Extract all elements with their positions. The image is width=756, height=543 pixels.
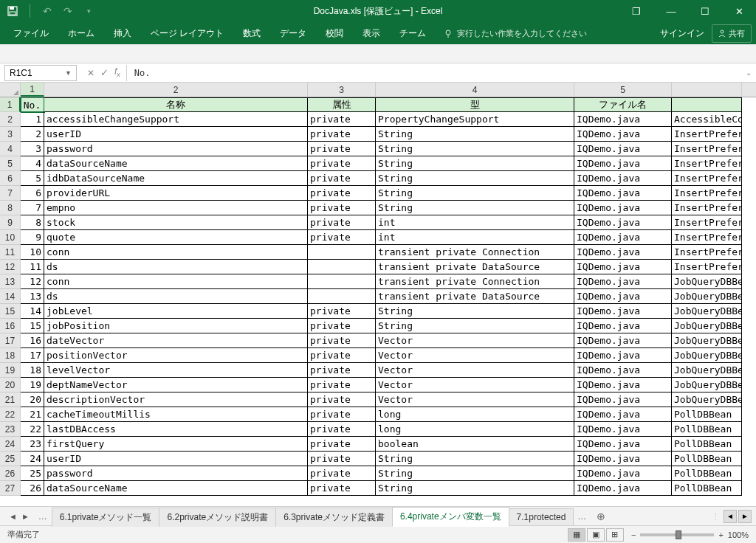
- cell[interactable]: 13: [21, 289, 44, 304]
- cell[interactable]: 9: [21, 230, 44, 245]
- cell[interactable]: IQDemo.java: [574, 333, 672, 348]
- cell[interactable]: 15: [21, 319, 44, 333]
- cell[interactable]: jobPosition: [44, 319, 308, 333]
- header-cell[interactable]: No.: [21, 97, 44, 112]
- cell[interactable]: descriptionVector: [44, 392, 308, 407]
- col-header[interactable]: [672, 83, 742, 97]
- tab-review[interactable]: 校閲: [317, 23, 352, 44]
- enter-formula-icon[interactable]: ✓: [100, 67, 109, 78]
- sheet-tab[interactable]: 6.2privateメソッド説明書: [159, 508, 276, 527]
- cell[interactable]: String: [376, 452, 574, 466]
- qat-customize-icon[interactable]: ▾: [82, 4, 95, 18]
- cell[interactable]: IQDemo.java: [574, 319, 672, 333]
- minimize-button[interactable]: —: [654, 0, 688, 22]
- row-header[interactable]: 22: [0, 407, 21, 422]
- row-header[interactable]: 13: [0, 274, 21, 289]
- cell[interactable]: 17: [21, 348, 44, 363]
- cell[interactable]: Vector: [376, 392, 574, 407]
- cell[interactable]: userID: [44, 452, 308, 466]
- grid-body[interactable]: 1No.名称属性型ファイル名21accessibleChangeSupportp…: [0, 97, 756, 506]
- cell[interactable]: providerURL: [44, 186, 308, 201]
- row-header[interactable]: 25: [0, 452, 21, 466]
- cell[interactable]: int: [376, 215, 574, 230]
- row-header[interactable]: 27: [0, 481, 21, 496]
- cell[interactable]: JobQueryDBBe: [672, 304, 742, 319]
- cell[interactable]: JobQueryDBBe: [672, 348, 742, 363]
- cancel-formula-icon[interactable]: ✕: [87, 68, 94, 78]
- cell[interactable]: private: [308, 363, 376, 378]
- cell[interactable]: 2: [21, 127, 44, 142]
- cell[interactable]: dateVector: [44, 333, 308, 348]
- cell[interactable]: 16: [21, 333, 44, 348]
- col-header[interactable]: 2: [44, 83, 308, 97]
- page-layout-view-button[interactable]: ▣: [587, 528, 605, 542]
- cell[interactable]: IQDemo.java: [574, 186, 672, 201]
- cell[interactable]: IQDemo.java: [574, 127, 672, 142]
- scroll-right-button[interactable]: ►: [738, 510, 752, 523]
- cell[interactable]: Vector: [376, 348, 574, 363]
- scroll-grip[interactable]: ⋮: [712, 512, 719, 520]
- cell[interactable]: IQDemo.java: [574, 348, 672, 363]
- cell[interactable]: private: [308, 156, 376, 171]
- cell[interactable]: 1: [21, 112, 44, 127]
- cell[interactable]: 14: [21, 304, 44, 319]
- cell[interactable]: IQDemo.java: [574, 171, 672, 186]
- cell[interactable]: 23: [21, 437, 44, 452]
- cell[interactable]: transient private DataSource: [376, 289, 574, 304]
- zoom-level[interactable]: 100%: [728, 530, 749, 539]
- cell[interactable]: firstQuery: [44, 437, 308, 452]
- cell[interactable]: IQDemo.java: [574, 142, 672, 156]
- chevron-down-icon[interactable]: ▼: [65, 69, 72, 77]
- cell[interactable]: String: [376, 201, 574, 215]
- cell[interactable]: private: [308, 333, 376, 348]
- cell[interactable]: JobQueryDBBe: [672, 333, 742, 348]
- cell[interactable]: PollDBBean: [672, 466, 742, 481]
- cell[interactable]: conn: [44, 274, 308, 289]
- cell[interactable]: JobQueryDBBe: [672, 319, 742, 333]
- row-header[interactable]: 5: [0, 156, 21, 171]
- undo-icon[interactable]: ↶: [41, 4, 54, 18]
- cell[interactable]: 11: [21, 260, 44, 274]
- cell[interactable]: private: [308, 186, 376, 201]
- row-header[interactable]: 11: [0, 245, 21, 260]
- cell[interactable]: InsertPrefer: [672, 142, 742, 156]
- cell[interactable]: PollDBBean: [672, 422, 742, 437]
- cell[interactable]: private: [308, 112, 376, 127]
- formula-input[interactable]: No.: [127, 68, 741, 78]
- sheet-tab-overflow-right[interactable]: …: [573, 508, 591, 525]
- row-header[interactable]: 7: [0, 186, 21, 201]
- sheet-nav-next-icon[interactable]: ►: [21, 512, 30, 521]
- cell[interactable]: empno: [44, 201, 308, 215]
- row-header[interactable]: 1: [0, 97, 21, 112]
- cell[interactable]: long: [376, 422, 574, 437]
- cell[interactable]: 3: [21, 142, 44, 156]
- cell[interactable]: String: [376, 186, 574, 201]
- zoom-out-button[interactable]: −: [631, 530, 636, 539]
- cell[interactable]: IQDemo.java: [574, 378, 672, 392]
- row-header[interactable]: 18: [0, 348, 21, 363]
- cell[interactable]: accessibleChangeSupport: [44, 112, 308, 127]
- ribbon-display-button[interactable]: ❐: [623, 0, 650, 22]
- cell[interactable]: private: [308, 201, 376, 215]
- cell[interactable]: 18: [21, 363, 44, 378]
- cell[interactable]: IQDemo.java: [574, 422, 672, 437]
- cell[interactable]: boolean: [376, 437, 574, 452]
- cell[interactable]: 19: [21, 378, 44, 392]
- cell[interactable]: InsertPrefer: [672, 201, 742, 215]
- header-cell[interactable]: 属性: [308, 97, 376, 112]
- cell[interactable]: positionVector: [44, 348, 308, 363]
- cell[interactable]: private: [308, 422, 376, 437]
- tab-home[interactable]: ホーム: [59, 23, 103, 44]
- maximize-button[interactable]: ☐: [688, 0, 722, 22]
- cell[interactable]: JobQueryDBBe: [672, 274, 742, 289]
- cell[interactable]: private: [308, 466, 376, 481]
- cell[interactable]: PollDBBean: [672, 452, 742, 466]
- cell[interactable]: levelVector: [44, 363, 308, 378]
- page-break-view-button[interactable]: ⊞: [606, 528, 624, 542]
- cell[interactable]: 20: [21, 392, 44, 407]
- row-header[interactable]: 20: [0, 378, 21, 392]
- zoom-slider[interactable]: [640, 533, 714, 536]
- cell[interactable]: String: [376, 466, 574, 481]
- share-button[interactable]: 共有: [712, 24, 752, 43]
- cell[interactable]: InsertPrefer: [672, 156, 742, 171]
